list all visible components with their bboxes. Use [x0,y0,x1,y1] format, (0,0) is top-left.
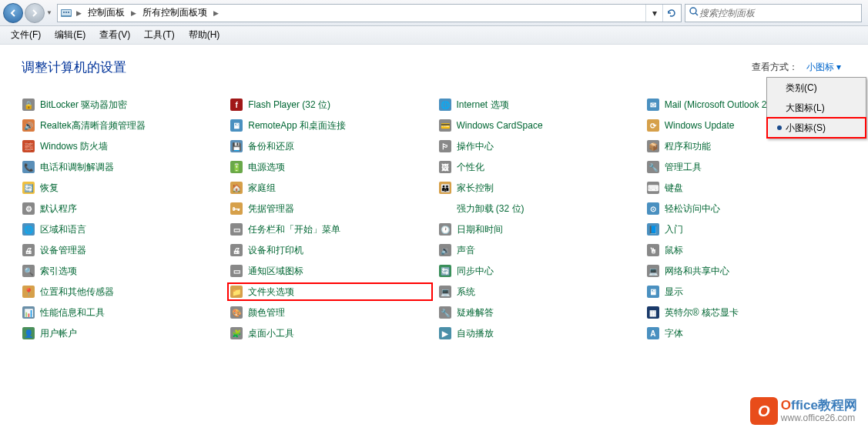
control-panel-item[interactable]: 🧱Windows 防火墙 [22,139,222,153]
control-panel-item[interactable]: 🖼个性化 [438,160,638,174]
control-panel-item[interactable]: 🧩桌面小工具 [230,326,430,340]
control-panel-item[interactable]: 📊性能信息和工具 [22,306,222,319]
item-label: 日期和时间 [457,223,503,236]
control-panel-item[interactable]: 🔒BitLocker 驱动器加密 [22,98,222,112]
menu-edit[interactable]: 编辑(E) [49,26,92,44]
item-label: 桌面小工具 [248,327,294,340]
control-panel-item[interactable]: 🏠家庭组 [230,181,430,195]
search-input[interactable] [699,8,858,18]
control-panel-icon [59,6,73,20]
control-panel-item[interactable]: A字体 [646,326,846,340]
control-panel-item[interactable]: ▦英特尔® 核芯显卡 [646,306,846,319]
watermark-logo-icon: O [750,397,778,425]
svg-point-2 [63,12,65,13]
item-icon: 🏠 [230,181,243,195]
page-title: 调整计算机的设置 [22,58,126,76]
item-label: 设备管理器 [40,244,86,257]
item-icon: 🖥 [230,119,243,132]
view-selector: 查看方式： 小图标 ▾ [752,61,846,74]
item-icon: 🧱 [22,139,35,153]
control-panel-item[interactable]: 🔄恢复 [22,181,222,195]
control-panel-item[interactable]: 🌐Internet 选项 [438,98,638,112]
control-panel-item[interactable]: 👤用户帐户 [22,326,222,340]
control-panel-item[interactable]: 📍位置和其他传感器 [22,285,222,299]
address-dropdown[interactable]: ▾ [645,5,662,22]
control-panel-item[interactable]: 👪家长控制 [438,181,638,195]
control-panel-item[interactable]: ✦强力卸载 (32 位) [438,202,638,216]
view-menu-category[interactable]: 类别(C) [767,78,866,98]
svg-point-5 [690,8,696,14]
address-bar[interactable]: ▶ 控制面板 ▶ 所有控制面板项 ▶ ▾ [57,4,682,22]
control-panel-item[interactable]: 📦程序和功能 [646,139,846,153]
breadcrumb-2[interactable]: 所有控制面板项 [139,5,210,21]
history-dropdown[interactable]: ▼ [45,3,54,23]
control-panel-item[interactable]: 🔧管理工具 [646,160,846,174]
watermark-url: www.office26.com [781,413,857,423]
view-dropdown[interactable]: 小图标 ▾ [801,59,846,75]
back-button[interactable] [3,3,23,23]
menu-file[interactable]: 文件(F) [5,26,47,44]
item-icon: 👪 [438,181,452,195]
control-panel-item[interactable]: 🖨设备和打印机 [230,243,430,257]
item-icon: 🔄 [22,181,35,195]
control-panel-item[interactable]: 💳Windows CardSpace [438,119,638,132]
control-panel-item[interactable]: 📞电话和调制解调器 [22,160,222,174]
control-panel-item[interactable]: 🖥RemoteApp 和桌面连接 [230,119,430,132]
item-icon: 🏳 [438,139,452,153]
control-panel-item[interactable]: 🔉声音 [438,243,638,257]
control-panel-item[interactable]: 🖱鼠标 [646,243,846,257]
item-label: 凭据管理器 [248,202,294,216]
control-panel-item[interactable]: 🔍索引选项 [22,264,222,278]
item-label: 任务栏和「开始」菜单 [248,223,340,236]
control-panel-item[interactable]: ⚙默认程序 [22,202,222,216]
item-icon: 🖼 [438,160,452,174]
control-panel-item[interactable]: ⊙轻松访问中心 [646,202,846,216]
control-panel-item[interactable]: 🗝凭据管理器 [230,202,430,216]
control-panel-item[interactable]: 📁文件夹选项 [230,285,430,299]
control-panel-item[interactable]: 🌐区域和语言 [22,222,222,236]
control-panel-item[interactable]: 💻网络和共享中心 [646,264,846,278]
control-panel-item[interactable]: 💻系统 [438,285,638,299]
menu-view[interactable]: 查看(V) [93,26,136,44]
control-panel-item[interactable]: ▶自动播放 [438,326,638,340]
control-panel-item[interactable]: 🖥显示 [646,285,846,299]
control-panel-item[interactable]: 🔋电源选项 [230,160,430,174]
item-icon: 📞 [22,160,35,174]
control-panel-item[interactable]: fFlash Player (32 位) [230,98,430,112]
search-bar[interactable] [685,4,862,22]
refresh-button[interactable] [662,5,679,22]
control-panel-item[interactable]: 💾备份和还原 [230,139,430,153]
control-panel-item[interactable]: 🖨设备管理器 [22,243,222,257]
item-icon: ✦ [438,202,452,216]
control-panel-item[interactable]: ⌨键盘 [646,181,846,195]
control-panel-item[interactable]: 🏳操作中心 [438,139,638,153]
item-icon: 🔒 [22,98,35,112]
svg-point-3 [65,12,67,13]
forward-button[interactable] [25,3,45,23]
view-menu-large[interactable]: 大图标(L) [767,98,866,118]
item-icon: ▦ [646,306,660,319]
menu-help[interactable]: 帮助(H) [183,26,226,44]
item-icon: 🔄 [438,264,452,278]
control-panel-item[interactable]: ▭通知区域图标 [230,264,430,278]
control-panel-item[interactable]: ▭任务栏和「开始」菜单 [230,222,430,236]
item-label: 强力卸载 (32 位) [457,202,524,216]
control-panel-item[interactable]: 🕐日期和时间 [438,222,638,236]
view-menu-small[interactable]: 小图标(S) [767,118,866,138]
item-label: Internet 选项 [457,99,509,112]
control-panel-item[interactable]: 🔄同步中心 [438,264,638,278]
control-panel-item[interactable]: 🔊Realtek高清晰音频管理器 [22,119,222,132]
control-panel-item[interactable]: 🎨颜色管理 [230,306,430,319]
item-label: 索引选项 [40,265,77,278]
breadcrumb-sep: ▶ [128,9,139,17]
control-panel-item[interactable]: 🔧疑难解答 [438,306,638,319]
item-icon: ⟳ [646,119,660,132]
item-icon: ⚙ [22,202,35,216]
item-label: 文件夹选项 [248,286,294,299]
menu-tools[interactable]: 工具(T) [138,26,180,44]
item-icon: 🔉 [438,243,452,257]
breadcrumb-1[interactable]: 控制面板 [85,5,128,21]
search-icon [689,6,699,19]
control-panel-item[interactable]: 📘入门 [646,222,846,236]
item-icon: 🧩 [230,326,243,340]
